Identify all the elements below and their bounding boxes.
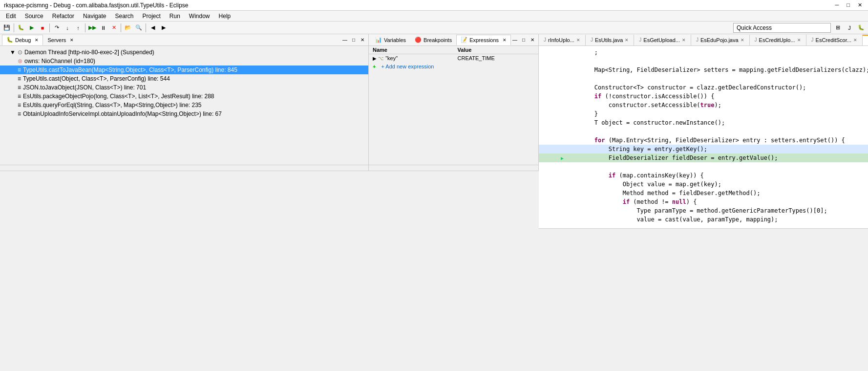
tab-escredituplo-close[interactable]: ✕ xyxy=(797,38,801,43)
debug-row-owns[interactable]: ⊗ owns: NioChannel (id=180) xyxy=(0,57,368,65)
line-code: if (map.containsKey(key)) { xyxy=(566,172,868,179)
code-content[interactable]: ; Map<String, FieldDeserializer> setters… xyxy=(539,46,868,228)
menu-edit[interactable]: Edit xyxy=(2,12,20,21)
tb-step-into[interactable]: ↓ xyxy=(63,23,72,33)
debug-icon: 🐛 xyxy=(6,37,13,43)
tab-expressions-label: Expressions xyxy=(469,37,499,43)
close-button[interactable]: ✕ xyxy=(856,2,864,8)
tab-servers[interactable]: Servers ✕ xyxy=(43,35,78,45)
line-code: Object value = map.get(key); xyxy=(566,181,868,188)
expr-close-icon[interactable]: ✕ xyxy=(503,38,507,43)
tb-suspend[interactable]: ⏸ xyxy=(98,23,108,33)
line-code: value = cast(value, paramType, mapping); xyxy=(566,216,868,223)
debug-row-frame1[interactable]: ≡ TypeUtils.castToJavaBean(Map<String,Ob… xyxy=(0,65,368,74)
tb-java-perspective[interactable]: J xyxy=(845,23,854,33)
var-horiz-scroll[interactable] xyxy=(369,165,538,171)
debug-horiz-scroll[interactable] xyxy=(0,165,368,171)
thread-collapse-icon[interactable]: ▼ xyxy=(10,49,16,56)
tab-escreditscor-close[interactable]: ✕ xyxy=(853,38,857,43)
title-bar: rkspace-pcismng - Debug - com.alibaba.fa… xyxy=(0,0,868,11)
tab-variables[interactable]: 📊 Variables xyxy=(371,35,410,45)
debug-row-frame4[interactable]: ≡ EsUtils.packageObjectPojo(long, Class<… xyxy=(0,92,368,101)
menu-navigate[interactable]: Navigate xyxy=(79,12,110,21)
esedupojo-icon: J xyxy=(696,37,699,43)
tab-esgetupload[interactable]: J EsGetUpload... ✕ xyxy=(634,35,691,45)
debug-row-frame3[interactable]: ≡ JSON.toJavaObject(JSON, Class<T>) line… xyxy=(0,83,368,92)
tb-debug-perspective[interactable]: 🐛 xyxy=(856,23,866,33)
debug-row-frame2[interactable]: ≡ TypeUtils.cast(Object, Class<T>, Parse… xyxy=(0,74,368,83)
tb-save[interactable]: 💾 xyxy=(2,23,12,33)
quick-access-field[interactable]: Quick Access xyxy=(733,23,831,33)
tb-prev[interactable]: ◀ xyxy=(148,23,158,33)
code-horiz-scroll[interactable] xyxy=(539,228,868,234)
menu-refactor[interactable]: Refactor xyxy=(48,12,78,21)
tab-rinfo-close[interactable]: ✕ xyxy=(576,38,580,43)
menu-help[interactable]: Help xyxy=(215,12,235,21)
close-debug-panel[interactable]: ✕ xyxy=(359,36,366,44)
debug-row-frame6[interactable]: ≡ ObtainUploadInfoServiceImpl.obtainUplo… xyxy=(0,109,368,118)
menu-window[interactable]: Window xyxy=(185,12,214,21)
frame1-label: TypeUtils.castToJavaBean(Map<String,Obje… xyxy=(23,66,237,73)
tab-debug[interactable]: 🐛 Debug ✕ xyxy=(2,35,43,45)
menu-project[interactable]: Project xyxy=(138,12,164,21)
debug-row-thread[interactable]: ▼ ⊙ Daemon Thread [http-nio-80-exec-2] (… xyxy=(0,48,368,57)
expr-icon: 📝 xyxy=(461,37,467,43)
close-var-panel[interactable]: ✕ xyxy=(529,36,536,44)
tb-stop[interactable]: ■ xyxy=(38,23,47,33)
tb-perspective[interactable]: ⊞ xyxy=(833,23,843,33)
tb-step-over[interactable]: ↷ xyxy=(52,23,62,33)
minimize-var-panel[interactable]: — xyxy=(511,36,519,44)
line-code: Type paramType = method.getGenericParame… xyxy=(566,207,868,214)
tab-expressions[interactable]: 📝 Expressions ✕ xyxy=(456,35,511,45)
tb-resume[interactable]: ▶▶ xyxy=(87,23,97,33)
servers-close-icon[interactable]: ✕ xyxy=(70,38,74,43)
menu-run[interactable]: Run xyxy=(166,12,184,21)
maximize-debug-panel[interactable]: □ xyxy=(350,36,358,44)
tb-next[interactable]: ▶ xyxy=(159,23,169,33)
expr-expand-icon[interactable]: ▶ xyxy=(373,56,377,61)
tab-typeutils[interactable]: 🔒 TypeUtils.class ✕ xyxy=(863,35,868,45)
tab-esedupojo-close[interactable]: ✕ xyxy=(741,38,744,43)
code-line: Constructor<T> constructor = clazz.getDe… xyxy=(539,83,868,92)
tb-open-type[interactable]: 📂 xyxy=(123,23,133,33)
expression-row-key[interactable]: ▶ ⌥ "key" CREATE_TIME xyxy=(369,54,538,63)
debug-close-icon[interactable]: ✕ xyxy=(35,38,39,43)
tab-esedupojo[interactable]: J EsEduPojo.java ✕ xyxy=(691,35,750,45)
add-expression-label[interactable]: + Add new expression xyxy=(378,63,438,70)
menu-source[interactable]: Source xyxy=(21,12,47,21)
expressions-table: Name Value ▶ ⌥ "key" CREATE_TIME xyxy=(369,46,538,71)
tb-sep5 xyxy=(146,23,146,32)
tab-esgetupload-close[interactable]: ✕ xyxy=(682,38,686,43)
esgetupload-icon: J xyxy=(639,37,641,43)
tb-debug[interactable]: 🐛 xyxy=(16,23,26,33)
tab-esutils[interactable]: J EsUtils.java ✕ xyxy=(586,35,634,45)
tab-escreditscor-label: EsCreditScor... xyxy=(816,37,851,43)
frame6-label: ObtainUploadInfoServiceImpl.obtainUpload… xyxy=(23,110,222,117)
frame5-icon: ≡ xyxy=(18,102,21,109)
tb-terminate[interactable]: ✕ xyxy=(109,23,119,33)
maximize-button[interactable]: □ xyxy=(845,2,852,8)
debug-row-frame5[interactable]: ≡ EsUtils.queryForEql(String, Class<T>, … xyxy=(0,101,368,109)
tb-step-return[interactable]: ↑ xyxy=(73,23,83,33)
var-tab-bar: 📊 Variables 🔴 Breakpoints 📝 Expressions … xyxy=(369,34,538,46)
expressions-content: Name Value ▶ ⌥ "key" CREATE_TIME xyxy=(369,46,538,165)
maximize-var-panel[interactable]: □ xyxy=(520,36,528,44)
menu-search[interactable]: Search xyxy=(111,12,137,21)
minimize-button[interactable]: ─ xyxy=(833,2,841,8)
add-expression-row[interactable]: + + Add new expression xyxy=(369,63,538,71)
code-line: if (map.containsKey(key)) { xyxy=(539,171,868,180)
tab-breakpoints[interactable]: 🔴 Breakpoints xyxy=(410,35,456,45)
tab-rinfo[interactable]: J rInfoUplo... ✕ xyxy=(539,35,586,45)
frame4-icon: ≡ xyxy=(18,93,21,100)
tab-escredituplo[interactable]: J EsCreditUplo... ✕ xyxy=(750,35,806,45)
tab-esutils-close[interactable]: ✕ xyxy=(625,38,629,43)
tb-search[interactable]: 🔍 xyxy=(134,23,144,33)
tab-escreditscor[interactable]: J EsCreditScor... ✕ xyxy=(806,35,863,45)
code-line: value = cast(value, paramType, mapping); xyxy=(539,215,868,224)
line-code: if (!constructor.isAccessible()) { xyxy=(566,93,868,100)
minimize-debug-panel[interactable]: — xyxy=(341,36,349,44)
editor-tab-bar: J rInfoUplo... ✕ J EsUtils.java ✕ J EsGe… xyxy=(539,34,868,46)
window-title: rkspace-pcismng - Debug - com.alibaba.fa… xyxy=(4,2,188,9)
tb-run[interactable]: ▶ xyxy=(27,23,37,33)
code-line: Method method = fieldDeser.getMethod(); xyxy=(539,189,868,197)
